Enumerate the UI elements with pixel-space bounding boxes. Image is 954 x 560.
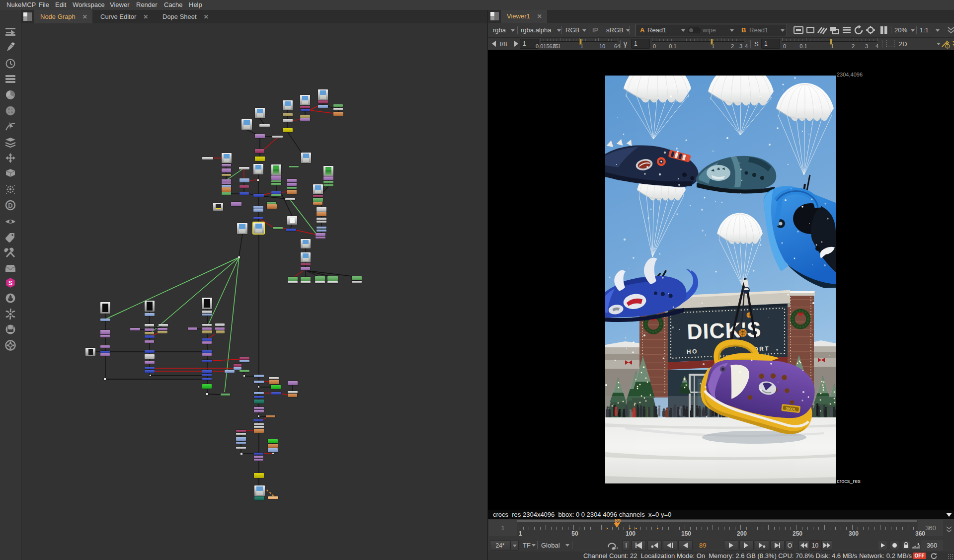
svg-text:D: D xyxy=(8,202,12,209)
svg-text:!: ! xyxy=(947,45,948,48)
svg-text:DICK'S: DICK'S xyxy=(687,317,762,343)
svg-text:HO: HO xyxy=(687,348,698,355)
svg-text:S: S xyxy=(8,280,12,287)
